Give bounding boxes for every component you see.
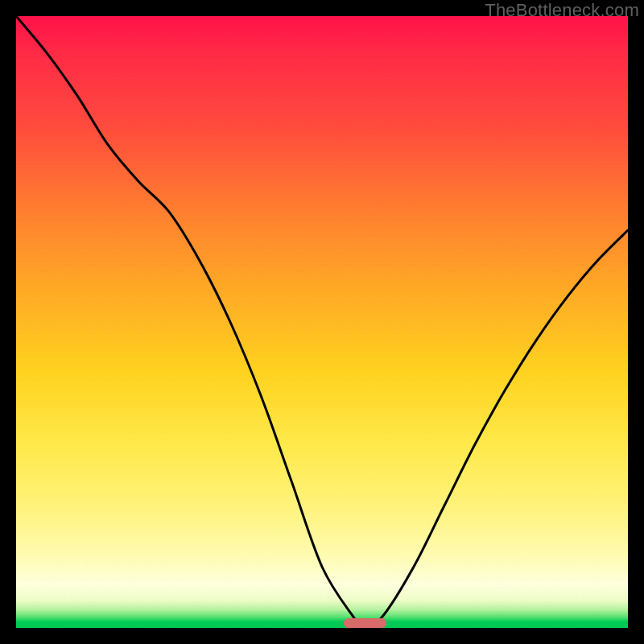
- watermark-text: TheBottleneck.com: [485, 0, 639, 21]
- optimum-marker: [344, 618, 386, 628]
- plot-area: [16, 16, 628, 628]
- bottleneck-curve: [16, 16, 628, 628]
- chart-frame: TheBottleneck.com: [0, 0, 644, 644]
